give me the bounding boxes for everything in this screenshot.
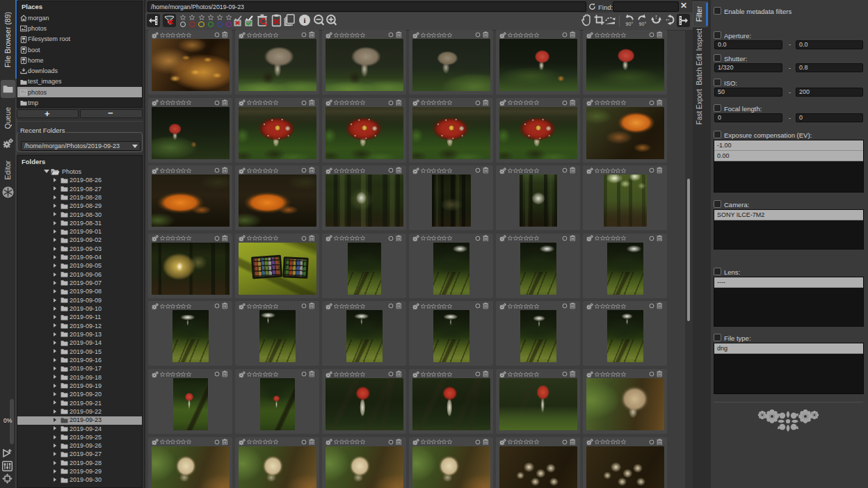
svg-text:90°: 90°: [639, 22, 647, 26]
svg-text:90°: 90°: [626, 22, 634, 26]
